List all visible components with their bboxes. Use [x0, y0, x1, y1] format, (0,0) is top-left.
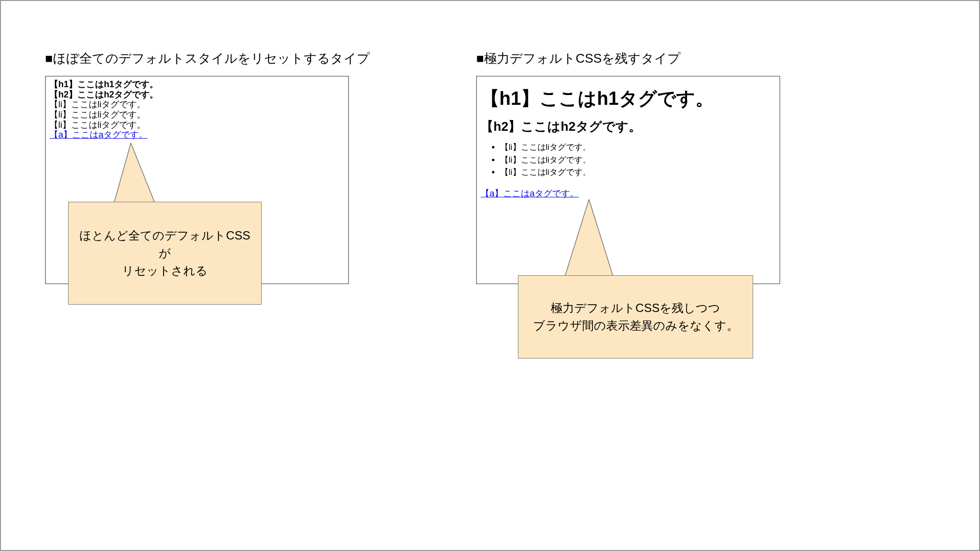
left-callout-tail [111, 143, 160, 207]
normalize-li-text: 【li】ここはliタグです。 [500, 166, 776, 179]
callout-line: ほとんど全てのデフォルトCSSが [79, 229, 250, 260]
normalize-css-example-box: 【h1】ここはh1タグです。 【h2】ここはh2タグです。 【li】ここはliタ… [476, 76, 780, 284]
reset-li-text: 【li】ここはliタグです。 [49, 110, 344, 120]
reset-h1-text: 【h1】ここはh1タグです。 [49, 79, 344, 90]
reset-li-text: 【li】ここはliタグです。 [49, 99, 344, 110]
diagram-frame: ■ほぼ全てのデフォルトスタイルをリセットするタイプ 【h1】ここはh1タグです。… [0, 0, 980, 551]
normalize-h1-text: 【h1】ここはh1タグです。 [481, 86, 776, 111]
right-section-title: ■極力デフォルトCSSを残すタイプ [476, 50, 780, 67]
reset-h2-text: 【h2】ここはh2タグです。 [49, 90, 344, 100]
callout-line: 極力デフォルトCSSを残しつつ [551, 301, 720, 314]
callout-line: リセットされる [122, 264, 208, 277]
svg-marker-0 [114, 143, 155, 204]
normalize-ul: 【li】ここはliタグです。 【li】ここはliタグです。 【li】ここはliタ… [481, 141, 776, 179]
left-section-title: ■ほぼ全てのデフォルトスタイルをリセットするタイプ [45, 50, 349, 67]
normalize-a-link[interactable]: 【a】ここはaタグです。 [481, 188, 579, 199]
reset-li-text: 【li】ここはliタグです。 [49, 120, 344, 130]
svg-marker-2 [564, 199, 613, 278]
left-callout: ほとんど全てのデフォルトCSSが リセットされる [68, 202, 262, 305]
right-callout: 極力デフォルトCSSを残しつつ ブラウザ間の表示差異のみをなくす。 [518, 275, 753, 359]
reset-a-link[interactable]: 【a】ここはaタグです。 [49, 130, 147, 140]
callout-text: 極力デフォルトCSSを残しつつ ブラウザ間の表示差異のみをなくす。 [533, 299, 738, 335]
callout-text: ほとんど全てのデフォルトCSSが リセットされる [78, 227, 251, 280]
right-callout-tail [562, 199, 621, 280]
callout-line: ブラウザ間の表示差異のみをなくす。 [533, 319, 738, 332]
normalize-li-text: 【li】ここはliタグです。 [500, 154, 776, 167]
right-column: ■極力デフォルトCSSを残すタイプ 【h1】ここはh1タグです。 【h2】ここは… [476, 50, 780, 284]
normalize-h2-text: 【h2】ここはh2タグです。 [481, 118, 776, 135]
normalize-li-text: 【li】ここはliタグです。 [500, 141, 776, 154]
